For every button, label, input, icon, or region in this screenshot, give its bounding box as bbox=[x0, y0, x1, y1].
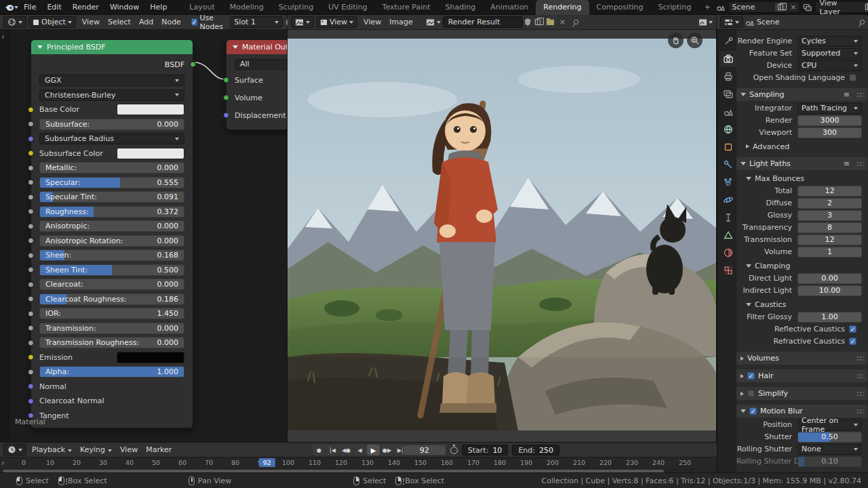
unlink-image-button[interactable]: × bbox=[557, 18, 568, 26]
display-channels-icon[interactable] bbox=[698, 18, 707, 26]
dropdown[interactable]: GGX bbox=[39, 75, 184, 86]
bsdf-row-emission[interactable]: Emission bbox=[39, 350, 184, 365]
prop-render-engine[interactable]: Render EngineCycles bbox=[736, 35, 868, 47]
input-socket[interactable] bbox=[28, 209, 34, 215]
input-socket[interactable] bbox=[28, 310, 34, 317]
collapse-icon[interactable] bbox=[37, 45, 43, 49]
hair-checkbox[interactable]: ✓ bbox=[747, 372, 755, 380]
workspace-tab-modeling[interactable]: Modeling bbox=[222, 0, 271, 15]
timeline-menu-playback[interactable]: Playback bbox=[28, 443, 76, 458]
props-tab-modifiers[interactable] bbox=[719, 157, 736, 173]
value-slider[interactable]: Metallic:0.000 bbox=[39, 162, 184, 174]
workspace-tab-compositing[interactable]: Compositing bbox=[589, 0, 651, 15]
bsdf-row-sheen[interactable]: Sheen:0.168 bbox=[39, 248, 184, 263]
props-tab-material[interactable] bbox=[719, 245, 736, 261]
bsdf-row-roughness[interactable]: Roughness:0.372 bbox=[39, 205, 184, 220]
input-socket[interactable] bbox=[223, 113, 229, 119]
output-input-volume[interactable]: Volume bbox=[235, 89, 288, 106]
prop-transparency[interactable]: Transparency8 bbox=[736, 222, 868, 233]
shader-menu-add[interactable]: Add bbox=[135, 15, 157, 30]
prop-volume[interactable]: Volume1 bbox=[736, 246, 868, 258]
menu-help[interactable]: Help bbox=[144, 3, 172, 12]
menu-window[interactable]: Window bbox=[104, 3, 144, 12]
image-editor-type-button[interactable] bbox=[291, 16, 314, 28]
props-tab-particles[interactable] bbox=[719, 174, 736, 190]
use-nodes-toggle[interactable]: ✓ Use Nodes bbox=[187, 16, 228, 28]
dropdown[interactable]: None bbox=[797, 444, 862, 455]
bsdf-row-transmission[interactable]: Transmission:0.000 bbox=[39, 321, 184, 336]
props-tab-constraints[interactable] bbox=[719, 209, 736, 226]
timeline-editor-type-button[interactable] bbox=[3, 444, 26, 455]
input-socket[interactable] bbox=[28, 281, 34, 287]
bsdf-node-header[interactable]: Principled BSDF bbox=[31, 40, 193, 54]
start-frame-field[interactable]: Start: 10 bbox=[462, 445, 509, 455]
props-tab-object[interactable] bbox=[719, 139, 736, 155]
input-socket[interactable] bbox=[28, 150, 34, 157]
subsection-caustics[interactable]: Caustics bbox=[736, 298, 868, 310]
value-slider[interactable]: Sheen Tint:0.500 bbox=[39, 264, 184, 276]
pin-icon[interactable] bbox=[574, 20, 578, 24]
pan-gizmo[interactable] bbox=[668, 33, 684, 48]
bsdf-row-subsurface-color[interactable]: Subsurface Color bbox=[39, 146, 184, 161]
subsection-max-bounces[interactable]: Max Bounces bbox=[736, 172, 868, 184]
value-field[interactable]: 0.00 bbox=[797, 273, 862, 284]
subsection-advanced[interactable]: Advanced bbox=[736, 140, 868, 152]
input-socket[interactable] bbox=[28, 238, 34, 244]
material-output-node[interactable]: Material Output All SurfaceVolumeDisplac… bbox=[226, 39, 288, 130]
bsdf-row-ior[interactable]: IOR:1.450 bbox=[39, 306, 184, 321]
input-socket[interactable] bbox=[28, 267, 34, 273]
prop-refractive-caustics[interactable]: Refractive Caustics✓ bbox=[736, 336, 856, 347]
prop-reflective-caustics[interactable]: Reflective Caustics✓ bbox=[736, 323, 856, 335]
value-slider[interactable]: 0.10 bbox=[797, 456, 862, 467]
value-field[interactable]: 300 bbox=[797, 127, 862, 138]
prop-render[interactable]: Render3000 bbox=[736, 115, 868, 126]
value-field[interactable]: 1.00 bbox=[797, 312, 862, 323]
prop-transmission[interactable]: Transmission12 bbox=[736, 234, 868, 245]
input-socket[interactable] bbox=[28, 223, 34, 229]
image-menu-image[interactable]: Image bbox=[385, 15, 416, 30]
prop-total[interactable]: Total12 bbox=[736, 185, 868, 197]
props-tab-view-layer[interactable] bbox=[719, 86, 736, 102]
value-slider[interactable]: Subsurface:0.000 bbox=[39, 119, 184, 130]
prop-feature-set[interactable]: Feature SetSupported bbox=[736, 47, 868, 59]
value-slider[interactable]: Anisotropic:0.000 bbox=[39, 220, 184, 232]
prop-rolling-shutter-dur[interactable]: Rolling Shutter Dur..0.10 bbox=[736, 455, 868, 467]
value-slider[interactable]: Specular:0.555 bbox=[39, 177, 184, 188]
value-slider[interactable]: Clearcoat:0.000 bbox=[39, 279, 184, 290]
new-scene-button[interactable] bbox=[775, 3, 785, 12]
input-socket[interactable] bbox=[28, 325, 34, 331]
prop-shutter[interactable]: Shutter0.50 bbox=[736, 431, 868, 443]
output-node-header[interactable]: Material Output bbox=[226, 40, 288, 54]
preset-icon[interactable]: ≡ bbox=[844, 159, 850, 168]
color-swatch[interactable] bbox=[117, 148, 184, 159]
play-button[interactable]: ▶ bbox=[367, 445, 380, 455]
image-mode-dropdown[interactable]: View bbox=[316, 16, 357, 28]
input-socket[interactable] bbox=[28, 180, 34, 186]
use-nodes-checkbox[interactable]: ✓ bbox=[191, 18, 198, 26]
section-sampling[interactable]: Sampling≡ bbox=[736, 88, 867, 101]
image-datablock-icon[interactable] bbox=[426, 18, 435, 26]
add-workspace-button[interactable]: + bbox=[698, 0, 715, 15]
output-target-row[interactable]: All bbox=[235, 57, 288, 71]
prop-open-shading-language[interactable]: Open Shading Language bbox=[736, 72, 856, 83]
input-socket[interactable] bbox=[28, 340, 34, 346]
shader-menu-node[interactable]: Node bbox=[157, 15, 185, 30]
bsdf-row-specular-tint[interactable]: Specular Tint:0.091 bbox=[39, 190, 184, 205]
input-socket[interactable] bbox=[28, 121, 34, 127]
prop-rolling-shutter[interactable]: Rolling ShutterNone bbox=[736, 443, 868, 455]
toolbar-expand-icon[interactable]: › bbox=[1, 33, 5, 41]
view-layer-selector[interactable]: View Layer × bbox=[815, 1, 868, 13]
section-simplify[interactable]: Simplify bbox=[736, 387, 867, 400]
dropdown[interactable]: Subsurface Radius bbox=[39, 133, 184, 144]
end-frame-field[interactable]: End: 250 bbox=[512, 445, 559, 455]
props-tab-output[interactable] bbox=[719, 68, 736, 85]
workspace-tab-rendering[interactable]: Rendering bbox=[536, 0, 589, 15]
bsdf-row-subsurface-radius[interactable]: Subsurface Radius bbox=[39, 131, 184, 146]
simplify-checkbox[interactable] bbox=[747, 390, 755, 397]
menu-edit[interactable]: Edit bbox=[41, 3, 66, 12]
prop-indirect-light[interactable]: Indirect Light10.00 bbox=[736, 285, 868, 296]
shader-editor-canvas[interactable]: › Principled BSDF BSDF GGXChristensen-Bu… bbox=[0, 30, 288, 442]
new-view-layer-button[interactable] bbox=[865, 3, 868, 12]
open-shading-language-checkbox[interactable] bbox=[849, 74, 856, 81]
props-tab-physics[interactable] bbox=[719, 192, 736, 208]
